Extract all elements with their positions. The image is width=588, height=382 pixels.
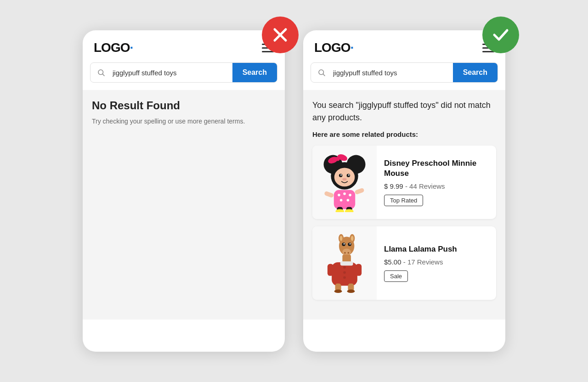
bad-phone-header: LOGO· (83, 30, 285, 62)
no-result-hint: Try checking your spelling or use more g… (92, 118, 276, 125)
product-card-llama[interactable]: Llama Lalama Push $5.00 - 17 Reviews Sal… (312, 226, 496, 300)
good-search-bar: Search (311, 62, 498, 83)
good-status-icon (482, 17, 519, 53)
svg-point-44 (343, 266, 346, 269)
svg-point-39 (350, 243, 351, 245)
good-logo-text: LOGO (314, 40, 350, 55)
svg-rect-47 (340, 261, 353, 265)
svg-rect-52 (328, 264, 334, 276)
svg-point-26 (336, 209, 345, 213)
good-phone-content: You search "jigglypuff stuffed toys" did… (303, 90, 505, 320)
no-result-title: No Result Found (92, 99, 276, 112)
svg-point-17 (342, 178, 346, 181)
svg-point-27 (345, 209, 354, 213)
bad-logo-dot: · (130, 40, 133, 55)
good-phone-wrapper: LOGO· Search You search "jigglypuff stuf… (303, 30, 505, 352)
svg-point-12 (336, 157, 340, 161)
product-card-minnie[interactable]: Disney Preschool Minnie Mouse $ 9.99 - 4… (312, 146, 496, 219)
svg-point-20 (343, 192, 346, 195)
good-logo: LOGO· (314, 40, 353, 55)
svg-rect-29 (354, 188, 364, 195)
svg-point-35 (351, 236, 354, 241)
product-info-minnie: Disney Preschool Minnie Mouse $ 9.99 - 4… (377, 151, 496, 213)
svg-point-40 (344, 252, 346, 254)
product-price-llama: $5.00 - 17 Reviews (384, 258, 489, 266)
svg-point-46 (343, 276, 346, 279)
bad-phone-wrapper: LOGO· Search No Result Found Try checkin… (83, 30, 285, 352)
svg-point-23 (347, 199, 350, 202)
good-search-icon (311, 68, 330, 77)
svg-line-5 (323, 74, 325, 76)
svg-point-41 (348, 252, 350, 254)
svg-point-31 (342, 248, 351, 255)
bad-phone-content: No Result Found Try checking your spelli… (83, 90, 285, 320)
svg-point-19 (338, 194, 340, 197)
svg-point-16 (348, 174, 350, 176)
product-name-llama: Llama Lalama Push (384, 244, 489, 254)
svg-rect-53 (356, 264, 362, 276)
product-image-minnie (312, 146, 377, 219)
related-heading: Here are some related products: (312, 130, 496, 138)
svg-rect-28 (324, 191, 334, 198)
product-price-minnie: $ 9.99 - 44 Reviews (384, 182, 489, 190)
svg-point-34 (340, 236, 343, 241)
bad-search-button[interactable]: Search (232, 63, 277, 82)
bad-search-input[interactable] (110, 63, 232, 82)
svg-point-22 (340, 199, 343, 202)
svg-point-50 (334, 290, 342, 293)
svg-point-15 (340, 174, 342, 176)
comparison-container: LOGO· Search No Result Found Try checkin… (64, 12, 524, 370)
good-phone-header: LOGO· (303, 30, 505, 62)
svg-rect-43 (332, 262, 357, 286)
bad-logo-text: LOGO (94, 40, 130, 55)
svg-point-21 (349, 194, 351, 197)
svg-point-51 (347, 290, 355, 293)
svg-point-2 (98, 70, 103, 75)
svg-point-38 (344, 243, 345, 245)
bad-status-icon (262, 17, 299, 53)
svg-line-3 (102, 74, 104, 76)
product-name-minnie: Disney Preschool Minnie Mouse (384, 158, 489, 179)
sale-badge: Sale (384, 270, 408, 282)
good-search-input[interactable] (330, 63, 453, 82)
product-image-llama (312, 226, 377, 300)
product-info-llama: Llama Lalama Push $5.00 - 17 Reviews Sal… (377, 237, 496, 289)
svg-point-4 (319, 70, 324, 75)
svg-point-9 (334, 168, 355, 186)
bad-logo: LOGO· (94, 40, 133, 55)
bad-phone-frame: LOGO· Search No Result Found Try checkin… (83, 30, 285, 352)
top-rated-badge: Top Rated (384, 195, 423, 206)
search-message: You search "jigglypuff stuffed toys" did… (312, 99, 496, 124)
bad-search-bar: Search (90, 62, 277, 83)
svg-point-45 (343, 271, 346, 274)
good-logo-dot: · (350, 40, 353, 55)
good-phone-frame: LOGO· Search You search "jigglypuff stuf… (303, 30, 505, 352)
good-search-button[interactable]: Search (453, 63, 498, 82)
bad-search-icon (90, 68, 110, 77)
